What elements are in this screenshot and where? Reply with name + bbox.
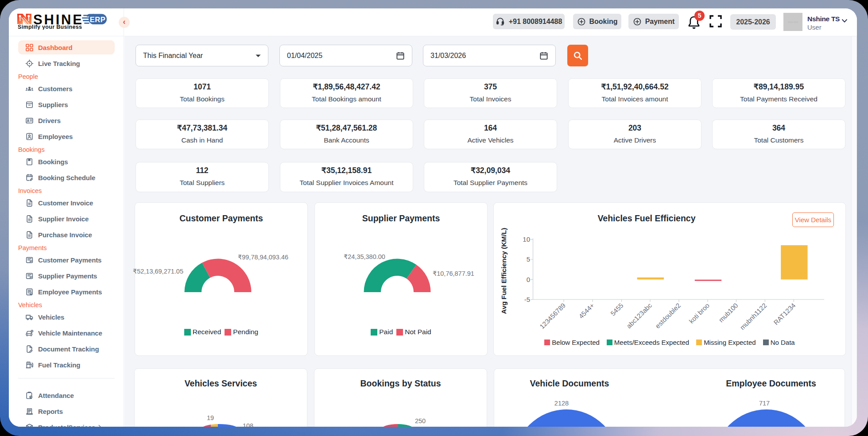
- svg-text:Simplify your Business: Simplify your Business: [18, 24, 82, 30]
- svg-text:ERP: ERP: [90, 15, 105, 23]
